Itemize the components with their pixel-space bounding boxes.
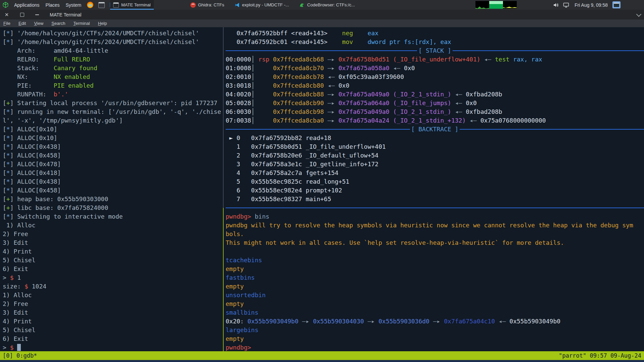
terminal-line [226,247,644,256]
minimize-button[interactable] [34,12,40,17]
text-segment: 6 0x55b58ec982e4 prompt+102 [226,187,342,194]
taskbar-vscode-exploit[interactable]: exploit.py - UMDCTF -... [231,0,292,10]
text-segment: 0x7ffceda8cb68 [273,56,324,63]
terminal-line: [*] ALLOC[0x10] [3,134,222,142]
text-segment: Full RELRO [54,56,90,63]
text-segment: 0x7ffceda8cb88 [273,91,324,98]
text-segment: 1) Alloc [3,291,32,299]
text-segment: ] ALLOC[0x10] [10,126,57,133]
terminal-line: [+] heap base: 0x55b590303000 [3,195,222,203]
terminal-line: 4 0x7fa6758a2c7a fgets+154 [226,169,644,177]
text-segment: 05:0028 [226,99,251,106]
tmux-session-window[interactable]: [0] 0:gdb* [3,352,37,359]
text-segment [14,344,17,351]
menu-edit[interactable]: Edit [18,21,26,26]
tmux-pane-right[interactable]: 0x7fa67592bbff <read+143> neg eax 0x7fa6… [226,29,644,352]
terminal-line: [*] ALLOC[0x418] [3,169,222,177]
text-segment: smallbins [226,309,259,316]
text-segment: ◂— [389,64,404,72]
terminal-line: PIE: PIE enabled [3,81,222,90]
text-segment: │ [251,108,273,115]
text-segment: NX enabled [54,73,90,80]
text-segment: ◂— [451,108,466,115]
pane-divider-active[interactable] [223,208,224,351]
terminal-line: size: $ 1024 [3,282,222,291]
text-segment: [ [3,143,6,150]
text-segment: size: [3,283,25,290]
text-segment [327,38,342,45]
terminal-line: unsortedbin [226,291,644,300]
display-icon[interactable] [563,2,569,8]
text-segment: —▸ [324,117,338,124]
terminal-line: 00:0000│ rsp 0x7ffceda8cb68 —▸ 0x7fa6758… [226,55,644,64]
menu-places[interactable]: Places [45,2,60,8]
taskbar-label: MATE Terminal [121,2,151,7]
terminal-line: 3) Edit [3,238,222,247]
text-segment: empty [226,335,244,342]
text-segment: 0xfbad208b [466,108,502,115]
text-segment: 0x7fa6758b0d51 (_IO_file_underflow+401) [338,56,480,63]
text-segment: * [6,178,10,185]
terminal-viewport[interactable]: [*] '/home/halcyon/git/CTFs/2024/UMDCTF/… [0,27,644,351]
rule-label: [ STACK ] [417,46,453,55]
parrot-menu-icon[interactable] [2,2,9,8]
text-segment: [ [3,195,6,202]
terminal-line: empty [226,265,644,273]
text-segment: ] ALLOC[0x438] [10,178,61,185]
terminal-line: 7 0x55b58ec98327 main+65 [226,195,644,203]
text-segment: 0x7fa675a058a0 [338,64,389,72]
text-segment: bins [255,213,269,220]
clock[interactable]: Fri Aug 9, 09:58 [574,2,608,8]
section-rule: [ BACKTRACE ] [226,125,644,134]
menu-search[interactable]: Search [51,21,65,26]
text-segment: ► 0 0x7fa67592bb82 read+18 [226,134,331,141]
text-segment: 01:0008 [226,64,251,72]
text-segment: 6) Exit [3,265,28,272]
terminal-line: 5 0x55b58ec9825c read_long+51 [226,177,644,186]
menu-view[interactable]: View [34,21,43,26]
menu-terminal[interactable]: Terminal [74,21,90,26]
text-segment: tcachebins [226,257,262,264]
terminal-line: 3 0x7fa6758a3e1c _IO_getline_info+172 [226,160,644,169]
terminal-launcher-icon[interactable] [98,2,105,8]
terminal-line: [*] '/home/halcyon/git/CTFs/2024/UMDCTF/… [3,38,222,46]
terminal-line: [*] ALLOC[0x438] [3,142,222,151]
text-segment: 0x7ffceda8cb78 [273,73,324,80]
system-monitor-applet[interactable] [475,1,517,9]
pane-divider[interactable] [223,27,224,208]
menu-file[interactable]: File [3,21,10,26]
terminal-line: 2) Free [3,300,222,308]
codebrowser-dragon-icon [299,2,305,8]
menu-system[interactable]: System [65,2,82,8]
tmux-pane-left[interactable]: [*] '/home/halcyon/git/CTFs/2024/UMDCTF/… [3,29,222,352]
terminal-line: 1) Alloc [3,221,222,230]
text-segment: 5 0x55b58ec9825c read_long+51 [226,178,349,185]
text-segment: ] heap base: 0x55b590303000 [10,195,108,202]
text-segment: [ [3,99,6,106]
text-segment: rax, rax [509,56,542,63]
menu-help[interactable]: Help [98,21,107,26]
text-segment: * [6,30,10,37]
chevron-down-icon[interactable] [636,12,642,17]
terminal-line: 0x7fa67592bc01 <read+145> mov dword ptr … [226,38,644,46]
taskbar-codebrowser[interactable]: CodeBrowser: CTFs:/c... [296,0,358,10]
close-button[interactable]: ✕ [4,12,9,17]
terminal-line: 4) Print [3,317,222,326]
volume-icon[interactable] [553,2,559,8]
terminal-line: 05:0028│ 0x7ffceda8cb90 —▸ 0x7fa675a064a… [226,99,644,107]
restore-button[interactable] [19,12,25,17]
rule-line [226,50,417,51]
taskbar-label: Ghidra: CTFs [198,2,224,7]
terminal-line: [*] running in new terminal: ['/usr/bin/… [3,107,222,116]
workspace-terminal-icon[interactable] [612,1,620,8]
menu-applications[interactable]: Applications [13,2,40,8]
terminal-line: Stack: Canary found [3,64,222,73]
text-segment: 0x55b5903049b0 [509,318,560,325]
text-segment: $ [25,283,28,290]
taskbar-ghidra[interactable]: Ghidra: CTFs [187,0,227,10]
taskbar-mate-terminal[interactable]: MATE Terminal [110,0,154,10]
text-segment: [ [3,108,6,115]
text-segment: ◂— [324,82,338,89]
terminal-line: [*] ALLOC[0x10] [3,125,222,134]
firefox-launcher-icon[interactable] [87,2,93,8]
